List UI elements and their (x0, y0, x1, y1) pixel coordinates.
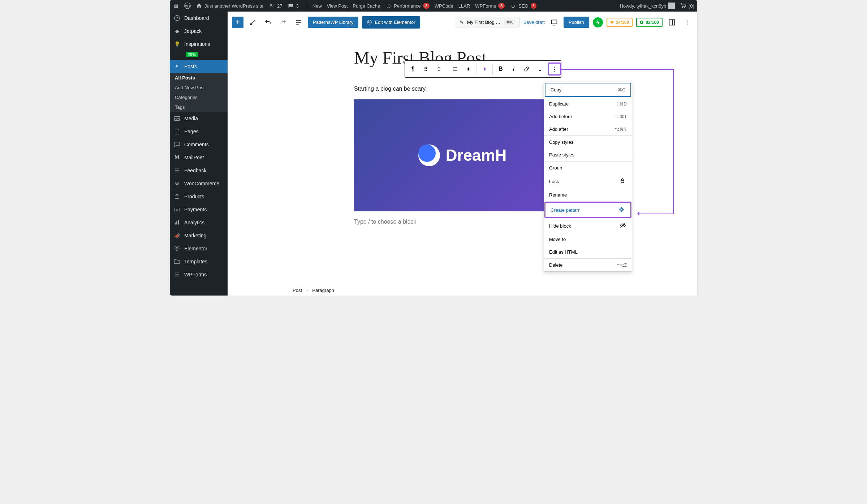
sidebar-item-inspirations[interactable]: 💡Inspirations29% (170, 38, 228, 60)
tools-icon[interactable] (247, 17, 259, 28)
feedback-icon: ☰ (173, 167, 181, 174)
crumb-post[interactable]: Post (293, 288, 302, 293)
block-toolbar: ¶ ⠿ ✦ ✦ B I (405, 60, 561, 78)
submenu-categories[interactable]: Categories (170, 92, 228, 102)
menu-duplicate[interactable]: Duplicate⇧⌘D (544, 98, 632, 110)
image-block[interactable]: DreamH (354, 99, 571, 211)
menu-edit-html[interactable]: Edit as HTML (544, 246, 632, 258)
submenu-tags[interactable]: Tags (170, 102, 228, 112)
link-button[interactable] (520, 63, 533, 76)
ai-sparkle-button[interactable]: ✦ (478, 63, 491, 76)
publish-button[interactable]: Publish (564, 17, 589, 28)
svg-point-2 (684, 7, 685, 8)
sidebar-item-feedback[interactable]: ☰Feedback (170, 164, 228, 177)
sidebar-item-dashboard[interactable]: Dashboard (170, 12, 228, 25)
settings-panel-button[interactable] (666, 17, 678, 28)
sidebar-item-payments[interactable]: $Payments (170, 203, 228, 216)
sidebar-item-jetpack[interactable]: ◆Jetpack (170, 25, 228, 38)
seo-score-2[interactable]: ✪82/100 (636, 18, 663, 27)
patterns-library-button[interactable]: PatternsWP Library (308, 17, 358, 28)
menu-create-pattern[interactable]: Create pattern (544, 202, 631, 218)
pages-icon (173, 128, 181, 135)
sidebar-item-analytics[interactable]: Analytics (170, 216, 228, 229)
bold-button[interactable]: B (494, 63, 507, 76)
document-title-button[interactable]: ✎ My First Blog … ⌘K (455, 17, 520, 27)
svg-rect-12 (669, 20, 675, 25)
editor-more-button[interactable]: ⋮ (681, 17, 693, 28)
undo-button[interactable] (262, 17, 274, 28)
sidebar-item-pages[interactable]: Pages (170, 125, 228, 138)
submenu-all-posts[interactable]: All Posts (170, 73, 228, 83)
add-block-button[interactable]: + (232, 17, 243, 28)
svg-rect-13 (621, 180, 624, 182)
menu-group[interactable]: Group (544, 161, 632, 174)
menu-rename[interactable]: Rename (544, 189, 632, 201)
jetpack-indicator-icon[interactable] (593, 17, 603, 27)
menu-copy-styles[interactable]: Copy styles (544, 136, 632, 148)
move-block-button[interactable] (432, 63, 445, 76)
menu-add-before[interactable]: Add before⌥⌘T (544, 110, 632, 123)
block-more-options-button[interactable]: ⋮ (548, 63, 561, 76)
list-view-button[interactable] (293, 17, 304, 28)
block-placeholder[interactable]: Type / to choose a block (354, 219, 571, 225)
preview-button[interactable] (548, 17, 560, 28)
drag-handle-icon[interactable]: ⠿ (419, 63, 432, 76)
sidebar-item-templates[interactable]: Templates (170, 255, 228, 268)
redo-button[interactable] (277, 17, 289, 28)
wp-logo-icon[interactable] (184, 3, 191, 9)
sidebar-item-products[interactable]: Products (170, 190, 228, 203)
menu-paste-styles[interactable]: Paste styles (544, 148, 632, 161)
score-icon: ✱ (610, 20, 614, 25)
avatar-icon (668, 3, 675, 9)
wpforms-badge: 5 (498, 3, 505, 9)
adminbar-menu-icon[interactable]: ▦ (173, 3, 179, 9)
updates-link[interactable]: ↻27 (268, 3, 282, 9)
posts-submenu: All Posts Add New Post Categories Tags (170, 73, 228, 112)
sidebar-item-woocommerce[interactable]: wWooCommerce (170, 177, 228, 190)
site-name-link[interactable]: Just another WordPress site (196, 3, 263, 9)
align-button[interactable] (449, 63, 462, 76)
italic-button[interactable]: I (507, 63, 520, 76)
seo-score-1[interactable]: ✱54/100 (607, 18, 633, 27)
paragraph-type-button[interactable]: ¶ (406, 63, 419, 76)
menu-move-to[interactable]: Move to (544, 233, 632, 246)
menu-delete[interactable]: Delete^⌥Z (544, 259, 632, 271)
sidebar-item-posts[interactable]: Posts (170, 60, 228, 73)
sidebar-item-elementor[interactable]: ⓔElementor (170, 242, 228, 255)
submenu-add-new[interactable]: Add New Post (170, 83, 228, 92)
sidebar-item-marketing[interactable]: 📣Marketing (170, 229, 228, 242)
wpforms-link[interactable]: WPForms5 (475, 3, 505, 9)
save-draft-button[interactable]: Save draft (523, 20, 545, 25)
menu-hide-block[interactable]: Hide block (544, 219, 632, 233)
cart-link[interactable]: (0) (680, 3, 694, 9)
eye-off-icon (620, 222, 627, 229)
sparkle-button[interactable]: ✦ (462, 63, 475, 76)
wpforms-icon: ☰ (173, 271, 181, 278)
llar-link[interactable]: LLAR (458, 3, 470, 9)
sidebar-item-comments[interactable]: Comments (170, 138, 228, 151)
menu-copy[interactable]: Copy⌘C (545, 83, 631, 97)
block-breadcrumb: Post › Paragraph (285, 285, 697, 296)
admin-sidebar: Dashboard ◆Jetpack 💡Inspirations29% Post… (170, 12, 228, 296)
performance-link[interactable]: ⬡Performance3 (385, 3, 430, 9)
howdy-link[interactable]: Howdy, tylhak_kcn6yb (620, 3, 675, 9)
comments-link[interactable]: 3 (288, 3, 299, 9)
seo-link[interactable]: ⊙SEO! (510, 3, 536, 9)
editor-area: + PatternsWP Library ⓔEdit with Elemento… (228, 12, 697, 296)
wpcode-link[interactable]: WPCode (435, 3, 453, 9)
sidebar-item-wpforms[interactable]: ☰WPForms (170, 268, 228, 281)
menu-add-after[interactable]: Add after⌥⌘Y (544, 123, 632, 135)
sidebar-item-media[interactable]: Media (170, 112, 228, 125)
pin-icon (173, 63, 181, 70)
sidebar-item-mailpoet[interactable]: MMailPoet (170, 151, 228, 164)
edit-elementor-button[interactable]: ⓔEdit with Elementor (362, 16, 420, 29)
paragraph-block[interactable]: Starting a blog can be scary. (354, 86, 571, 92)
crumb-paragraph[interactable]: Paragraph (312, 288, 334, 293)
purge-cache-link[interactable]: Purge Cache (353, 3, 380, 9)
view-post-link[interactable]: View Post (327, 3, 348, 9)
menu-lock[interactable]: Lock (544, 174, 632, 189)
annotation-line (560, 69, 674, 70)
new-link[interactable]: +New (304, 3, 322, 9)
diamond-icon (618, 206, 625, 214)
chevron-down-icon[interactable]: ⌄ (533, 63, 546, 76)
